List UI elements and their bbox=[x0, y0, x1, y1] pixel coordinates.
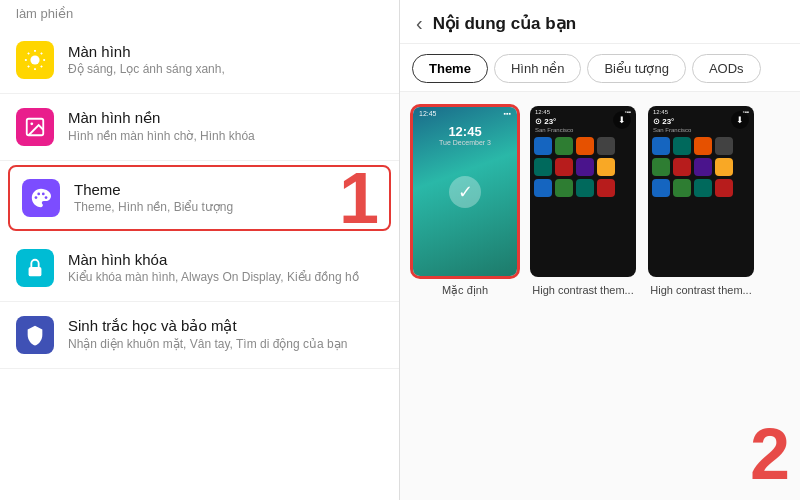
sun-icon bbox=[24, 49, 46, 71]
download-icon-2: ⬇ bbox=[731, 111, 749, 129]
time-small: 12:45 bbox=[419, 110, 437, 117]
mini-app bbox=[673, 158, 691, 176]
mini-app bbox=[715, 137, 733, 155]
mini-app bbox=[576, 158, 594, 176]
tab-bieu-tuong[interactable]: Biểu tượng bbox=[587, 54, 685, 83]
svg-point-14 bbox=[45, 196, 48, 199]
lock-icon-wrap bbox=[16, 249, 54, 287]
svg-line-3 bbox=[28, 53, 29, 54]
settings-item-theme[interactable]: Theme Theme, Hình nền, Biểu tượng 1 bbox=[8, 165, 391, 231]
mini-app bbox=[715, 158, 733, 176]
mini-app bbox=[555, 137, 573, 155]
right-header: ‹ Nội dung của bạn bbox=[400, 0, 800, 44]
thumb-default-bg: 12:45 ▪▪▪ 12:45 Tue December 3 ✓ bbox=[413, 107, 517, 276]
man-hinh-icon-wrap bbox=[16, 41, 54, 79]
theme-text: Theme Theme, Hình nền, Biểu tượng bbox=[74, 181, 233, 216]
mini-app bbox=[597, 179, 615, 197]
left-panel: làm phiền Màn hình Độ sáng, Lọc ánh sáng… bbox=[0, 0, 400, 500]
right-panel: ‹ Nội dung của bạn Theme Hình nền Biểu t… bbox=[400, 0, 800, 500]
mini-app bbox=[597, 137, 615, 155]
svg-point-11 bbox=[35, 196, 38, 199]
back-button[interactable]: ‹ bbox=[416, 12, 423, 35]
mini-app bbox=[534, 158, 552, 176]
lock-icon bbox=[24, 257, 46, 279]
svg-line-7 bbox=[28, 66, 29, 67]
mini-app bbox=[652, 158, 670, 176]
mini-app bbox=[534, 179, 552, 197]
man-hinh-nen-title: Màn hình nền bbox=[68, 109, 255, 127]
theme-card-high-contrast-2[interactable]: ⬇ 12:45 ▪▪▪ ⊙ 23° San Francisco bbox=[646, 104, 756, 296]
theme-thumb-hc1: ⬇ 12:45 ▪▪▪ ⊙ 23° San Francisco bbox=[528, 104, 638, 279]
clock-date: Tue December 3 bbox=[413, 139, 517, 146]
man-hinh-nen-text: Màn hình nền Hình nền màn hình chờ, Hình… bbox=[68, 109, 255, 145]
tabs-row: Theme Hình nền Biểu tượng AODs bbox=[400, 44, 800, 92]
theme-card-high-contrast-1[interactable]: ⬇ 12:45 ▪▪▪ ⊙ 23° San Francisco bbox=[528, 104, 638, 296]
mini-app bbox=[673, 137, 691, 155]
mini-app bbox=[534, 137, 552, 155]
settings-item-man-hinh[interactable]: Màn hình Độ sáng, Lọc ánh sáng xanh, bbox=[0, 27, 399, 94]
shield-icon bbox=[24, 324, 46, 346]
man-hinh-subtitle: Độ sáng, Lọc ánh sáng xanh, bbox=[68, 62, 225, 78]
man-hinh-title: Màn hình bbox=[68, 43, 225, 60]
mini-app bbox=[673, 179, 691, 197]
badge-2: 2 bbox=[750, 418, 790, 490]
settings-list: Màn hình Độ sáng, Lọc ánh sáng xanh, Màn… bbox=[0, 23, 399, 369]
theme-thumb-mac-dinh: 12:45 ▪▪▪ 12:45 Tue December 3 ✓ bbox=[410, 104, 520, 279]
right-title: Nội dung của bạn bbox=[433, 13, 576, 34]
tab-hinh-nen[interactable]: Hình nền bbox=[494, 54, 582, 83]
mini-app bbox=[555, 158, 573, 176]
settings-item-sinh-trac[interactable]: Sinh trắc học và bảo mật Nhận diện khuôn… bbox=[0, 302, 399, 369]
thumb-dark-bg-1: ⬇ 12:45 ▪▪▪ ⊙ 23° San Francisco bbox=[530, 106, 636, 277]
svg-rect-15 bbox=[29, 267, 42, 276]
svg-point-13 bbox=[42, 193, 45, 196]
theme-label-hc1: High contrast them... bbox=[532, 284, 634, 296]
settings-item-man-hinh-nen[interactable]: Màn hình nền Hình nền màn hình chờ, Hình… bbox=[0, 94, 399, 161]
signal-icons: ▪▪▪ bbox=[504, 110, 511, 117]
clock-time: 12:45 bbox=[413, 124, 517, 139]
mini-app bbox=[694, 158, 712, 176]
mini-time-1: 12:45 bbox=[535, 109, 550, 115]
tab-theme[interactable]: Theme bbox=[412, 54, 488, 83]
theme-icon-wrap bbox=[22, 179, 60, 217]
sinh-trac-title: Sinh trắc học và bảo mật bbox=[68, 317, 347, 335]
themes-wrapper: 12:45 ▪▪▪ 12:45 Tue December 3 ✓ Mặc địn… bbox=[400, 92, 800, 500]
sinh-trac-subtitle: Nhận diện khuôn mặt, Vân tay, Tìm di độn… bbox=[68, 337, 347, 353]
svg-point-10 bbox=[30, 122, 33, 125]
man-hinh-khoa-subtitle: Kiểu khóa màn hình, Always On Display, K… bbox=[68, 270, 359, 286]
selected-checkmark: ✓ bbox=[449, 176, 481, 208]
mini-app bbox=[576, 137, 594, 155]
mini-app bbox=[694, 137, 712, 155]
man-hinh-nen-subtitle: Hình nền màn hình chờ, Hình khóa bbox=[68, 129, 255, 145]
status-bar-default: 12:45 ▪▪▪ bbox=[413, 107, 517, 120]
palette-icon bbox=[30, 187, 52, 209]
man-hinh-khoa-title: Màn hình khóa bbox=[68, 251, 359, 268]
mini-app bbox=[576, 179, 594, 197]
mini-app bbox=[715, 179, 733, 197]
mini-app bbox=[652, 137, 670, 155]
mini-app bbox=[652, 179, 670, 197]
themes-grid: 12:45 ▪▪▪ 12:45 Tue December 3 ✓ Mặc địn… bbox=[400, 92, 800, 309]
svg-line-8 bbox=[41, 53, 42, 54]
tab-aods[interactable]: AODs bbox=[692, 54, 761, 83]
image-icon bbox=[24, 116, 46, 138]
theme-title: Theme bbox=[74, 181, 233, 198]
badge-1: 1 bbox=[339, 162, 379, 234]
theme-label-hc2: High contrast them... bbox=[650, 284, 752, 296]
mini-app bbox=[597, 158, 615, 176]
mini-app bbox=[694, 179, 712, 197]
download-icon-1: ⬇ bbox=[613, 111, 631, 129]
mini-apps-row-1 bbox=[530, 133, 636, 201]
theme-thumb-hc2: ⬇ 12:45 ▪▪▪ ⊙ 23° San Francisco bbox=[646, 104, 756, 279]
theme-subtitle: Theme, Hình nền, Biểu tượng bbox=[74, 200, 233, 216]
svg-point-0 bbox=[30, 55, 39, 64]
top-partial-text: làm phiền bbox=[0, 0, 399, 23]
thumb-dark-bg-2: ⬇ 12:45 ▪▪▪ ⊙ 23° San Francisco bbox=[648, 106, 754, 277]
mini-apps-row-2 bbox=[648, 133, 754, 201]
settings-item-man-hinh-khoa[interactable]: Màn hình khóa Kiểu khóa màn hình, Always… bbox=[0, 235, 399, 302]
shield-icon-wrap bbox=[16, 316, 54, 354]
svg-line-4 bbox=[41, 66, 42, 67]
theme-card-mac-dinh[interactable]: 12:45 ▪▪▪ 12:45 Tue December 3 ✓ Mặc địn… bbox=[410, 104, 520, 297]
man-hinh-text: Màn hình Độ sáng, Lọc ánh sáng xanh, bbox=[68, 43, 225, 78]
theme-label-mac-dinh: Mặc định bbox=[442, 284, 488, 297]
man-hinh-nen-icon-wrap bbox=[16, 108, 54, 146]
